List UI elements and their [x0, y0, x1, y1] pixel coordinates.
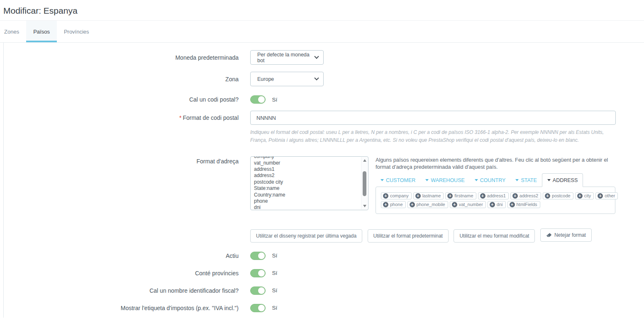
- helper-tab-warehouse[interactable]: WAREHOUSE: [420, 173, 470, 187]
- helper-tab-customer[interactable]: CUSTOMER: [376, 173, 420, 187]
- row-zone: Zona Europe: [4, 72, 644, 86]
- toggle-knob: [258, 269, 265, 277]
- toggle-knob: [258, 304, 265, 312]
- tag-dni[interactable]: dni: [488, 201, 506, 208]
- need-zip-state: Sí: [272, 97, 277, 103]
- contains-states-toggle[interactable]: [250, 269, 266, 277]
- list-item[interactable]: company: [254, 156, 358, 160]
- scroll-up-icon[interactable]: [363, 159, 366, 162]
- toggle-knob: [258, 287, 265, 294]
- tag-phone-mobile[interactable]: phone_mobile: [407, 201, 448, 208]
- need-identification-number-toggle[interactable]: [250, 286, 266, 295]
- tab-zones[interactable]: Zones: [0, 21, 26, 42]
- plus-icon: [452, 202, 457, 207]
- helper-tab-state[interactable]: STATE: [510, 173, 542, 187]
- row-display-tax-label: Mostrar l'etiqueta d'impostos (p.ex. "IV…: [4, 304, 644, 312]
- tag-other[interactable]: other: [595, 192, 618, 199]
- scroll-down-icon[interactable]: [363, 205, 366, 207]
- use-default-format-button[interactable]: Utilitzar el format predeterminat: [368, 229, 449, 243]
- scrollbar[interactable]: [361, 157, 368, 209]
- use-last-registered-layout-button[interactable]: Utilitzar el disseny registrat per últim…: [250, 229, 362, 243]
- row-active: Actiu Sí: [4, 252, 644, 260]
- list-item[interactable]: phone: [254, 198, 358, 204]
- plus-icon: [490, 202, 495, 207]
- list-item[interactable]: address1: [254, 166, 358, 172]
- plus-icon: [598, 193, 603, 199]
- plus-icon: [510, 202, 515, 207]
- caret-down-icon: [425, 179, 429, 181]
- row-format-buttons: Utilitzar el disseny registrat per últim…: [4, 228, 644, 243]
- tag-city[interactable]: city: [575, 192, 594, 199]
- plus-icon: [577, 193, 583, 199]
- helper-tab-country[interactable]: COUNTRY: [470, 173, 511, 187]
- plus-icon: [383, 202, 388, 207]
- caret-down-icon: [381, 179, 384, 181]
- use-my-modified-format-button[interactable]: Utilitzar el meu format modificat: [454, 229, 535, 243]
- caret-down-icon: [515, 179, 519, 181]
- tag-box: company lastname firstname address1 addr…: [376, 187, 615, 214]
- tag-address2[interactable]: address2: [510, 192, 541, 199]
- tab-bar: Zones Països Províncies: [0, 21, 644, 43]
- address-format-label: Format d'adreça: [4, 156, 239, 165]
- list-item[interactable]: State:name: [254, 185, 358, 192]
- address-format-helper: Alguns països requereixen elements difer…: [376, 156, 615, 214]
- tag-row: company lastname firstname address1 addr…: [381, 192, 610, 199]
- tag-address1[interactable]: address1: [478, 192, 509, 199]
- page-header: Modificar: Espanya: [0, 0, 644, 21]
- zip-format-label: *Format de codi postal: [4, 111, 239, 121]
- list-item[interactable]: Country:name: [254, 192, 358, 198]
- tag-phone[interactable]: phone: [381, 201, 406, 208]
- tab-paisos[interactable]: Països: [26, 21, 57, 42]
- contains-states-label: Conté províncies: [4, 270, 239, 277]
- list-item[interactable]: dni: [254, 204, 358, 210]
- plus-icon: [512, 193, 518, 199]
- display-tax-label-toggle[interactable]: [250, 304, 266, 312]
- zone-label: Zona: [4, 76, 239, 83]
- zone-select[interactable]: Europe: [250, 72, 324, 86]
- tab-provincies[interactable]: Províncies: [57, 21, 96, 42]
- helper-tabs: CUSTOMER WAREHOUSE COUNTRY STATE ADDRESS: [376, 173, 615, 187]
- contains-states-state: Sí: [272, 270, 277, 276]
- plus-icon: [447, 193, 453, 199]
- toggle-knob: [258, 252, 265, 260]
- tag-lastname[interactable]: lastname: [413, 192, 444, 199]
- zip-format-input[interactable]: [250, 111, 616, 125]
- need-identification-number-state: Sí: [272, 287, 277, 294]
- tag-company[interactable]: company: [381, 192, 412, 199]
- plus-icon: [480, 193, 485, 199]
- tag-firstname[interactable]: firstname: [445, 192, 476, 199]
- list-item[interactable]: postcode city: [254, 179, 358, 185]
- address-format-list: company vat_number address1 address2 pos…: [251, 156, 368, 210]
- chevron-down-icon: [314, 75, 319, 80]
- list-item[interactable]: address2: [254, 172, 358, 179]
- list-item[interactable]: vat_number: [254, 160, 358, 166]
- display-tax-label-state: Sí: [272, 305, 277, 311]
- row-contains-states: Conté províncies Sí: [4, 269, 644, 277]
- caret-down-icon: [547, 179, 551, 181]
- tag-postcode[interactable]: postcode: [543, 192, 573, 199]
- row-zip-format: *Format de codi postal Indiqueu el forma…: [4, 111, 644, 144]
- need-zip-toggle[interactable]: [250, 95, 266, 104]
- currency-select[interactable]: Per defecte la moneda bot: [250, 50, 324, 65]
- need-identification-number-label: Cal un nombre identificador fiscal?: [4, 287, 239, 294]
- scrollbar-thumb[interactable]: [363, 171, 366, 196]
- clean-format-button[interactable]: Netejar format: [540, 228, 592, 242]
- plus-icon: [415, 193, 421, 199]
- address-format-listbox[interactable]: company vat_number address1 address2 pos…: [250, 156, 368, 210]
- row-currency: Moneda predeterminada Per defecte la mon…: [4, 50, 644, 65]
- active-label: Actiu: [4, 252, 239, 259]
- page-title: Modificar: Espanya: [3, 6, 644, 16]
- helper-text: Alguns països requereixen elements difer…: [376, 157, 615, 170]
- tag-vat-number[interactable]: vat_number: [450, 201, 486, 208]
- required-asterisk: *: [179, 114, 181, 121]
- need-zip-label: Cal un codi postal?: [4, 96, 239, 103]
- active-toggle[interactable]: [250, 252, 266, 260]
- tag-htmlfields[interactable]: htmlFields: [507, 201, 540, 208]
- zip-format-help: Indiqueu el format del codi postal: useu…: [250, 129, 610, 144]
- plus-icon: [383, 193, 388, 199]
- display-tax-label-label: Mostrar l'etiqueta d'impostos (p.ex. "IV…: [4, 305, 239, 311]
- active-state: Sí: [272, 252, 277, 259]
- helper-tab-address[interactable]: ADDRESS: [542, 173, 583, 187]
- row-need-identification-number: Cal un nombre identificador fiscal? Sí: [4, 286, 644, 295]
- row-need-zip: Cal un codi postal? Sí: [4, 95, 644, 104]
